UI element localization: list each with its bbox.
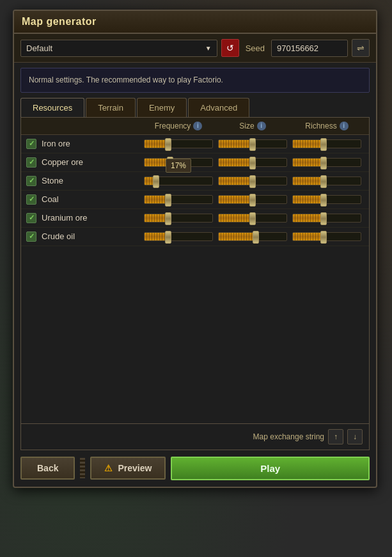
tab-advanced-label: Advanced	[200, 103, 237, 113]
richness-info-icon[interactable]: i	[340, 122, 349, 130]
stone-label: Stone	[26, 176, 141, 186]
table-row: Iron ore	[21, 135, 369, 153]
bottom-bar: Map exchange string ↑ ↓	[20, 424, 370, 450]
uranium-ore-checkbox[interactable]	[26, 213, 36, 223]
frequency-info-icon[interactable]: i	[193, 122, 202, 130]
coal-label: Coal	[26, 194, 141, 205]
seed-label: Seed	[243, 43, 267, 53]
tab-terrain-label: Terrain	[98, 103, 123, 113]
iron-ore-richness-slider[interactable]	[290, 139, 364, 148]
stone-frequency-slider[interactable]: 17%	[141, 177, 216, 185]
warning-icon: ⚠	[104, 463, 113, 473]
map-exchange-upload-button[interactable]: ↑	[328, 429, 343, 444]
table-row: Crude oil	[21, 228, 369, 246]
window-title: Map generator	[22, 16, 368, 27]
uranium-ore-label: Uranium ore	[26, 213, 141, 223]
download-icon: ↓	[353, 432, 357, 441]
preset-dropdown[interactable]: Default ▼	[20, 40, 217, 57]
crude-oil-size-slider[interactable]	[216, 232, 290, 241]
size-info-icon[interactable]: i	[257, 122, 266, 130]
tab-bar: Resources Terrain Enemy Advanced	[14, 98, 376, 117]
upload-icon: ↑	[334, 432, 338, 441]
toolbar: Default ▼ ↺ Seed ⇌	[14, 34, 376, 63]
crude-oil-frequency-slider[interactable]	[141, 232, 216, 241]
preview-button[interactable]: ⚠ Preview	[90, 457, 166, 480]
table-row: Uranium ore	[21, 209, 369, 228]
crude-oil-checkbox[interactable]	[26, 231, 36, 242]
copper-ore-label: Copper ore	[26, 157, 141, 168]
title-bar: Map generator	[14, 11, 376, 34]
tab-advanced[interactable]: Advanced	[188, 98, 249, 117]
info-box: Normal settings. The recommended way to …	[20, 68, 370, 93]
info-text: Normal settings. The recommended way to …	[29, 75, 223, 84]
content-area: Frequency i Size i Richness i Iron ore	[20, 117, 370, 424]
iron-ore-size-slider[interactable]	[216, 139, 290, 148]
dropdown-arrow-icon: ▼	[205, 45, 212, 52]
map-exchange-download-button[interactable]: ↓	[347, 429, 363, 444]
col-frequency: Frequency i	[141, 122, 216, 130]
shuffle-button[interactable]: ⇌	[352, 39, 370, 57]
copper-ore-checkbox[interactable]	[26, 157, 36, 168]
tab-terrain[interactable]: Terrain	[86, 98, 136, 117]
crude-oil-label: Crude oil	[26, 231, 141, 242]
preset-value: Default	[26, 43, 52, 53]
map-exchange-label: Map exchange string	[253, 432, 324, 441]
uranium-ore-frequency-slider[interactable]	[141, 214, 216, 223]
table-row: Coal	[21, 191, 369, 209]
table-header: Frequency i Size i Richness i	[21, 118, 369, 135]
iron-ore-label: Iron ore	[26, 139, 141, 149]
map-exchange-section: Map exchange string ↑ ↓	[253, 429, 363, 444]
coal-frequency-slider[interactable]	[141, 195, 216, 204]
refresh-icon: ↺	[226, 43, 234, 53]
copper-ore-size-slider[interactable]	[216, 158, 290, 167]
stone-size-slider[interactable]	[216, 177, 290, 185]
copper-ore-richness-slider[interactable]	[290, 158, 364, 167]
coal-size-slider[interactable]	[216, 195, 290, 204]
play-button[interactable]: Play	[171, 457, 370, 480]
coal-richness-slider[interactable]	[290, 195, 364, 204]
button-separator	[80, 458, 85, 478]
coal-checkbox[interactable]	[26, 194, 36, 205]
iron-ore-frequency-slider[interactable]	[141, 139, 216, 148]
back-button[interactable]: Back	[20, 457, 75, 480]
table-row: Copper ore	[21, 153, 369, 172]
tab-resources[interactable]: Resources	[20, 98, 84, 117]
col-size: Size i	[216, 122, 290, 130]
col-richness: Richness i	[290, 122, 364, 130]
stone-richness-slider[interactable]	[290, 177, 364, 185]
stone-frequency-tooltip: 17%	[166, 159, 191, 173]
tab-enemy-label: Enemy	[149, 103, 175, 113]
refresh-button[interactable]: ↺	[221, 39, 239, 57]
iron-ore-checkbox[interactable]	[26, 139, 36, 149]
crude-oil-richness-slider[interactable]	[290, 232, 364, 241]
uranium-ore-richness-slider[interactable]	[290, 214, 364, 223]
table-row: Stone 17%	[21, 172, 369, 191]
tab-resources-label: Resources	[33, 103, 72, 113]
seed-input[interactable]	[271, 40, 348, 57]
shuffle-icon: ⇌	[357, 43, 365, 53]
footer-buttons: Back ⚠ Preview Play	[14, 450, 376, 487]
map-generator-window: Map generator Default ▼ ↺ Seed ⇌ Normal …	[13, 10, 377, 488]
uranium-ore-size-slider[interactable]	[216, 214, 290, 223]
stone-checkbox[interactable]	[26, 176, 36, 186]
tab-enemy[interactable]: Enemy	[137, 98, 187, 117]
